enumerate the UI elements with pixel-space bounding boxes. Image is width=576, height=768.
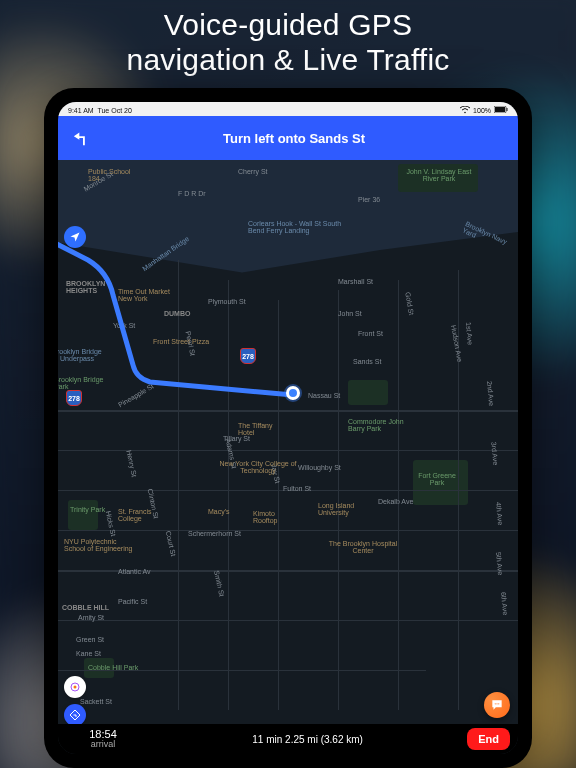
street-label: Gold St — [404, 291, 415, 315]
end-button[interactable]: End — [467, 728, 510, 750]
poi-label: COBBLE HILL — [62, 604, 109, 611]
street-label: Hicks St — [105, 510, 117, 537]
street-label: Pineapple St — [117, 383, 155, 409]
poi-label: BROOKLYN HEIGHTS — [66, 280, 121, 294]
poi-label: Trinity Park — [70, 506, 110, 513]
poi-label: Time Out Market New York — [118, 288, 178, 302]
poi-label: Brooklyn Bridge Park — [58, 376, 109, 390]
trip-info-bar: 18:54 arrival 11 min 2.25 mi (3.62 km) E… — [58, 724, 518, 754]
street-label: 5th Ave — [495, 552, 504, 576]
wifi-icon — [460, 106, 470, 115]
street-label: 1st Ave — [465, 322, 474, 345]
poi-label: Commodore John Barry Park — [348, 418, 418, 432]
poi-label: NYU Polytechnic School of Engineering — [64, 538, 134, 552]
street-label: Amity St — [78, 614, 104, 621]
headline-line1: Voice-guided GPS — [164, 8, 412, 41]
street-label: Green St — [76, 636, 104, 643]
road — [58, 620, 518, 621]
road — [228, 280, 229, 710]
turn-left-icon — [72, 127, 94, 149]
svg-rect-3 — [507, 108, 508, 111]
poi-label: Cobble Hill Park — [88, 664, 138, 671]
status-left: 9:41 AM Tue Oct 20 — [68, 107, 132, 114]
park — [348, 380, 388, 405]
street-label: York St — [113, 322, 135, 329]
street-label: F D R Dr — [178, 190, 206, 197]
status-bar: 9:41 AM Tue Oct 20 100% — [58, 102, 518, 116]
highway-shield: 278 — [66, 390, 82, 406]
svg-point-8 — [498, 703, 499, 704]
poi-label: DUMBO — [164, 310, 190, 317]
street-label: Hudson Ave — [450, 324, 463, 362]
street-label: Pier 36 — [358, 196, 380, 203]
directions-list-button[interactable] — [64, 704, 86, 726]
trip-summary: 11 min 2.25 mi (3.62 km) — [148, 734, 467, 745]
poi-label: Corlears Hook - Wall St South Bend Ferry… — [248, 220, 358, 234]
chat-button[interactable] — [484, 692, 510, 718]
street-label: Court St — [165, 530, 177, 557]
poi-label: Fort Greene Park — [412, 472, 462, 486]
street-label: 3rd Ave — [490, 441, 499, 465]
waypoint-button[interactable] — [64, 676, 86, 698]
road — [178, 260, 179, 710]
poi-label: The Brooklyn Hospital Center — [328, 540, 398, 554]
road — [338, 290, 339, 710]
road — [278, 300, 279, 710]
street-label: Willoughby St — [298, 464, 341, 471]
status-time: 9:41 AM — [68, 107, 94, 114]
highway-shield: 278 — [240, 348, 256, 364]
battery-icon — [494, 106, 508, 114]
tablet-frame: 9:41 AM Tue Oct 20 100% Turn left onto S… — [44, 88, 532, 768]
poi-label: Public School 184 — [88, 168, 138, 182]
street-label: Nassau St — [308, 392, 340, 399]
road — [58, 410, 518, 412]
street-label: Pacific St — [118, 598, 147, 605]
street-label: Schermerhorn St — [188, 530, 241, 537]
poi-label: Macy's — [208, 508, 230, 515]
street-label: Marshall St — [338, 278, 373, 285]
marketing-headline: Voice-guided GPS navigation & Live Traff… — [0, 0, 576, 77]
eta-label: arrival — [58, 740, 148, 750]
street-label: 6th Ave — [500, 592, 509, 616]
navigation-header[interactable]: Turn left onto Sands St — [58, 116, 518, 160]
poi-label: Brooklyn Bridge Underpass — [58, 348, 102, 362]
road — [58, 530, 518, 531]
recenter-button[interactable] — [64, 226, 86, 248]
poi-label: John V. Lindsay East River Park — [404, 168, 474, 182]
street-label: Henry St — [125, 449, 138, 477]
status-right: 100% — [460, 106, 508, 115]
eta-block[interactable]: 18:54 arrival — [58, 728, 148, 750]
poi-label: Kimoto Rooftop — [253, 510, 293, 524]
street-label: Atlantic Av — [118, 568, 151, 575]
map-view[interactable]: 278 278 Cherry St F D R Dr Pier 36 Marsh… — [58, 160, 518, 754]
svg-point-6 — [495, 703, 496, 704]
poi-label: The Tiffany Hotel — [238, 422, 288, 436]
poi-label: New York City College of Technology — [218, 460, 298, 474]
street-label: Kane St — [76, 650, 101, 657]
street-label: Sands St — [353, 358, 381, 365]
poi-label: St. Francis College — [118, 508, 168, 522]
svg-point-7 — [496, 703, 497, 704]
svg-point-5 — [74, 686, 77, 689]
street-label: Front St — [358, 330, 383, 337]
poi-label: Long Island University — [318, 502, 378, 516]
nav-instruction: Turn left onto Sands St — [114, 131, 504, 146]
status-date: Tue Oct 20 — [97, 107, 131, 114]
street-label: Cherry St — [238, 168, 268, 175]
street-label: Smith St — [213, 570, 225, 597]
street-label: Dekalb Ave — [378, 498, 413, 505]
street-label: John St — [338, 310, 362, 317]
street-label: Plymouth St — [208, 298, 246, 305]
poi-label: Front Street Pizza — [153, 338, 209, 345]
street-label: Sackett St — [80, 698, 112, 705]
svg-rect-2 — [495, 107, 505, 112]
street-label: 2nd Ave — [486, 381, 495, 407]
screen: 9:41 AM Tue Oct 20 100% Turn left onto S… — [58, 102, 518, 754]
svg-point-0 — [464, 111, 466, 113]
street-label: Fulton St — [283, 485, 311, 492]
headline-line2: navigation & Live Traffic — [127, 43, 450, 76]
status-battery: 100% — [473, 107, 491, 114]
park — [68, 500, 98, 530]
street-label: 4th Ave — [495, 502, 504, 526]
current-location-dot — [286, 386, 300, 400]
